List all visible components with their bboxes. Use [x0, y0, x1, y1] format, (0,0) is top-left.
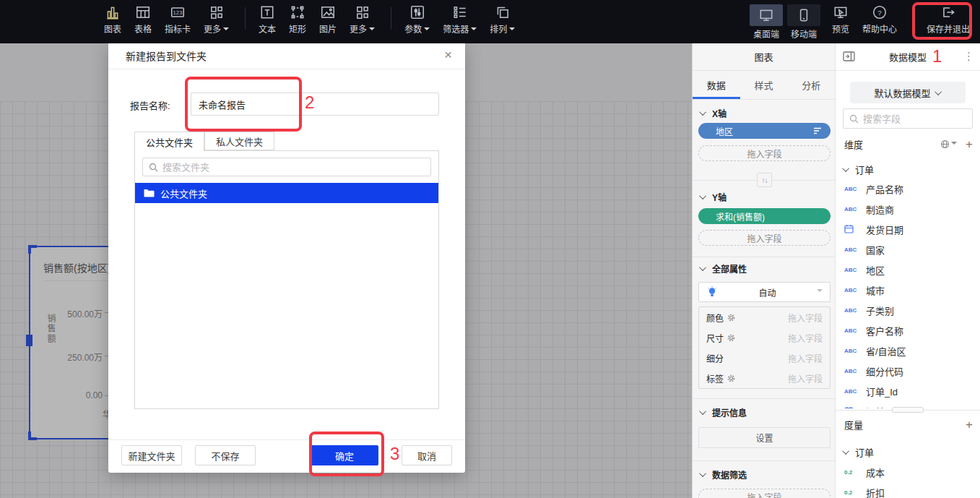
tooltip-settings-button[interactable]: 设置: [698, 427, 831, 448]
abc-type-icon: ABC: [844, 267, 860, 273]
gear-icon[interactable]: [727, 374, 735, 382]
folder-item-public-selected[interactable]: 公共文件夹: [135, 183, 438, 203]
property-row-label[interactable]: 标签 拖入字段: [699, 368, 830, 388]
tab-style[interactable]: 样式: [740, 71, 788, 99]
toolbar-item-help-center[interactable]: ? 帮助中心: [862, 4, 897, 35]
field-item[interactable]: ABC细分代码: [836, 361, 980, 381]
chart-type-auto-select[interactable]: 自动: [698, 282, 831, 302]
tooltip-section-header[interactable]: 提示信息: [693, 406, 755, 418]
new-folder-button[interactable]: 新建文件夹: [121, 445, 182, 465]
property-row-subdivide[interactable]: 细分 拖入字段: [699, 348, 830, 368]
toolbar-item-label: 预览: [832, 22, 849, 35]
tab-data[interactable]: 数据: [693, 71, 740, 99]
dimension-field-list: ABC产品名称 ABC制造商 发货日期 ABC国家 ABC地区 ABC城市 AB…: [836, 179, 980, 408]
folder-search-input[interactable]: [162, 162, 425, 173]
rectangle-icon: [290, 4, 305, 20]
x-axis-section-header[interactable]: X轴: [693, 107, 735, 119]
toolbar-item-filters[interactable]: 筛选器: [443, 4, 477, 35]
number-type-icon: 0.2: [844, 489, 860, 496]
tab-analysis[interactable]: 分析: [787, 71, 835, 99]
x-axis-field-pill[interactable]: 地区: [698, 123, 831, 139]
device-toggle-mobile[interactable]: 移动端: [787, 4, 820, 40]
toolbar-item-preview[interactable]: 预览: [832, 4, 849, 35]
ok-button[interactable]: 确定: [311, 445, 378, 465]
field-item[interactable]: ABC子类别: [836, 300, 980, 320]
collapse-panel-icon[interactable]: [843, 51, 855, 62]
add-dimension-button[interactable]: +: [966, 138, 973, 150]
cancel-button[interactable]: 取消: [402, 445, 452, 465]
folder-search-box[interactable]: [142, 158, 431, 176]
field-search-input[interactable]: [863, 113, 966, 124]
toolbar-item-arrange[interactable]: 排列: [490, 4, 515, 35]
kebab-menu-icon[interactable]: ⋮: [963, 50, 974, 63]
data-filter-drop-zone[interactable]: 拖入字段: [698, 489, 831, 498]
field-item[interactable]: ABC客户名称: [836, 320, 980, 340]
toolbar-item-parameters[interactable]: 参数: [404, 4, 430, 35]
measure-group-orders[interactable]: 订单: [844, 445, 973, 459]
toolbar-item-kpi-card[interactable]: 123 指标卡: [165, 4, 191, 35]
dialog-title: 新建报告到文件夹: [126, 48, 207, 63]
data-filter-section-header[interactable]: 数据筛选: [693, 468, 755, 481]
drag-handle[interactable]: [892, 407, 924, 413]
field-item[interactable]: ABC城市: [836, 280, 980, 300]
y-axis-drop-zone[interactable]: 拖入字段: [698, 230, 831, 246]
close-icon[interactable]: ×: [444, 48, 452, 61]
tab-private-folder[interactable]: 私人文件夹: [204, 132, 274, 150]
swap-axes-button[interactable]: ↑↓: [757, 173, 772, 187]
chart-panel-tabs: 数据 样式 分析: [693, 71, 835, 100]
device-toggle-desktop[interactable]: 桌面端: [750, 4, 783, 40]
chevron-down-icon: [699, 192, 706, 199]
toolbar-item-chart[interactable]: 图表: [104, 4, 121, 35]
field-item[interactable]: ABC省/自治区: [836, 340, 980, 361]
field-item[interactable]: 0.2折扣: [836, 482, 980, 498]
field-item[interactable]: ABC订单_Id: [836, 381, 980, 401]
abc-type-icon: ABC: [844, 307, 860, 314]
report-name-input[interactable]: [191, 93, 439, 116]
toolbar-item-label: 矩形: [289, 22, 306, 35]
table-icon: [135, 4, 151, 20]
gear-icon[interactable]: [727, 314, 735, 322]
abc-type-icon: ABC: [844, 246, 860, 253]
data-model-panel: 数据模型 ⋮ 默认数据模型 维度 + 订单 ABC: [836, 43, 980, 498]
add-measure-button[interactable]: +: [966, 418, 973, 431]
toolbar-item-rectangle[interactable]: 矩形: [289, 4, 306, 35]
property-row-size[interactable]: 尺寸 拖入字段: [699, 327, 830, 348]
data-model-title: 数据模型: [889, 50, 927, 64]
chevron-down-icon: [699, 108, 706, 116]
save-report-dialog: 新建报告到文件夹 × 报告名称: 公共文件夹 私人文件夹 公共文件夹 新建文件夹…: [108, 42, 465, 473]
field-item[interactable]: 发货日期: [836, 219, 980, 239]
abc-type-icon: ABC: [844, 388, 860, 395]
x-axis-drop-zone[interactable]: 拖入字段: [698, 145, 831, 161]
folder-icon: [144, 189, 155, 197]
toolbar-item-more-charts[interactable]: 更多: [204, 4, 229, 35]
abc-type-icon: ABC: [844, 348, 860, 354]
toolbar-item-table[interactable]: 表格: [134, 4, 152, 35]
field-item[interactable]: 0.2成本: [836, 462, 980, 482]
property-row-color[interactable]: 颜色 拖入字段: [699, 307, 830, 327]
toolbar-separator: [245, 7, 246, 29]
field-item[interactable]: ABC地区: [836, 259, 980, 280]
field-item[interactable]: ABC制造商: [836, 199, 980, 219]
y-axis-section-header[interactable]: Y轴: [693, 191, 735, 203]
y-axis-field-pill[interactable]: 求和(销售额): [698, 208, 831, 224]
dimension-group-orders[interactable]: 订单: [844, 163, 973, 176]
field-search-box[interactable]: [843, 108, 973, 129]
toolbar-item-text[interactable]: 文本: [259, 4, 276, 35]
toolbar-item-label: 帮助中心: [862, 22, 897, 35]
globe-dropdown[interactable]: [940, 139, 957, 149]
caret-down-icon: [817, 289, 823, 295]
model-select-dropdown[interactable]: 默认数据模型: [850, 82, 966, 103]
save-and-exit-button[interactable]: 保存并退出: [927, 4, 970, 35]
dont-save-button[interactable]: 不保存: [195, 445, 256, 465]
dimensions-header: 维度: [844, 137, 863, 151]
field-item[interactable]: ABC国家: [836, 239, 980, 259]
field-item[interactable]: ABC产品名称: [836, 179, 980, 199]
device-desktop-label: 桌面端: [753, 27, 779, 40]
bulb-icon: [706, 286, 718, 298]
gear-icon[interactable]: [727, 334, 735, 342]
image-icon: [320, 4, 336, 20]
toolbar-item-image[interactable]: 图片: [319, 4, 337, 35]
tab-public-folder[interactable]: 公共文件夹: [134, 132, 204, 151]
toolbar-item-more-widgets[interactable]: 更多: [350, 4, 375, 35]
all-properties-section-header[interactable]: 全部属性: [693, 262, 755, 275]
